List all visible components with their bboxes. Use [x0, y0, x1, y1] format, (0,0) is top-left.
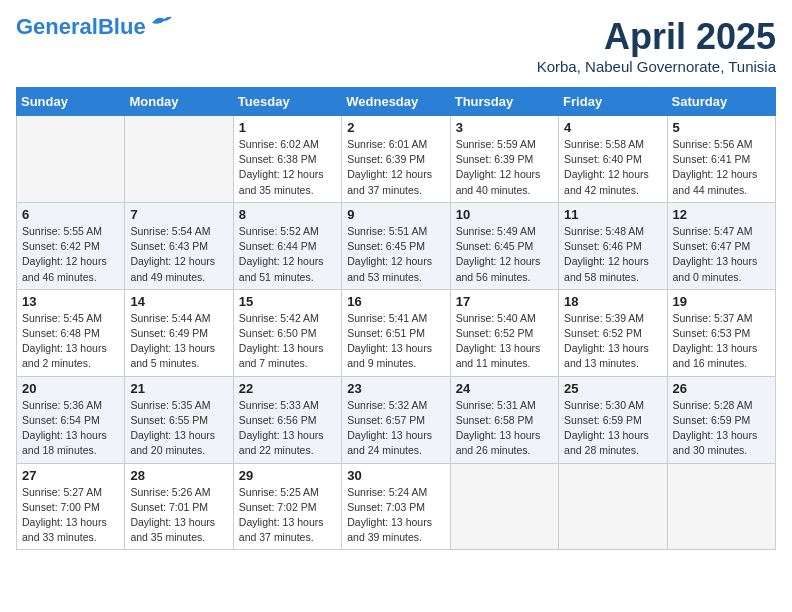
calendar-cell: 16Sunrise: 5:41 AM Sunset: 6:51 PM Dayli…	[342, 289, 450, 376]
day-number: 29	[239, 468, 336, 483]
week-row-2: 6Sunrise: 5:55 AM Sunset: 6:42 PM Daylig…	[17, 202, 776, 289]
calendar-cell: 8Sunrise: 5:52 AM Sunset: 6:44 PM Daylig…	[233, 202, 341, 289]
day-detail: Sunrise: 5:56 AM Sunset: 6:41 PM Dayligh…	[673, 137, 770, 198]
logo-text: GeneralBlue	[16, 16, 146, 38]
calendar-cell: 14Sunrise: 5:44 AM Sunset: 6:49 PM Dayli…	[125, 289, 233, 376]
day-number: 24	[456, 381, 553, 396]
day-detail: Sunrise: 5:45 AM Sunset: 6:48 PM Dayligh…	[22, 311, 119, 372]
calendar-cell	[450, 463, 558, 550]
day-detail: Sunrise: 5:32 AM Sunset: 6:57 PM Dayligh…	[347, 398, 444, 459]
calendar-cell: 24Sunrise: 5:31 AM Sunset: 6:58 PM Dayli…	[450, 376, 558, 463]
day-detail: Sunrise: 5:51 AM Sunset: 6:45 PM Dayligh…	[347, 224, 444, 285]
calendar-cell: 12Sunrise: 5:47 AM Sunset: 6:47 PM Dayli…	[667, 202, 775, 289]
day-number: 20	[22, 381, 119, 396]
logo-blue: Blue	[98, 14, 146, 39]
calendar-cell: 9Sunrise: 5:51 AM Sunset: 6:45 PM Daylig…	[342, 202, 450, 289]
calendar-cell: 3Sunrise: 5:59 AM Sunset: 6:39 PM Daylig…	[450, 116, 558, 203]
calendar-cell	[17, 116, 125, 203]
weekday-header-monday: Monday	[125, 88, 233, 116]
day-detail: Sunrise: 5:24 AM Sunset: 7:03 PM Dayligh…	[347, 485, 444, 546]
week-row-1: 1Sunrise: 6:02 AM Sunset: 6:38 PM Daylig…	[17, 116, 776, 203]
calendar-cell: 19Sunrise: 5:37 AM Sunset: 6:53 PM Dayli…	[667, 289, 775, 376]
day-number: 15	[239, 294, 336, 309]
day-number: 18	[564, 294, 661, 309]
day-number: 1	[239, 120, 336, 135]
day-detail: Sunrise: 5:25 AM Sunset: 7:02 PM Dayligh…	[239, 485, 336, 546]
location-subtitle: Korba, Nabeul Governorate, Tunisia	[537, 58, 776, 75]
day-number: 14	[130, 294, 227, 309]
day-detail: Sunrise: 5:36 AM Sunset: 6:54 PM Dayligh…	[22, 398, 119, 459]
calendar-cell: 28Sunrise: 5:26 AM Sunset: 7:01 PM Dayli…	[125, 463, 233, 550]
calendar-cell: 10Sunrise: 5:49 AM Sunset: 6:45 PM Dayli…	[450, 202, 558, 289]
calendar-cell: 11Sunrise: 5:48 AM Sunset: 6:46 PM Dayli…	[559, 202, 667, 289]
weekday-header-row: SundayMondayTuesdayWednesdayThursdayFrid…	[17, 88, 776, 116]
week-row-4: 20Sunrise: 5:36 AM Sunset: 6:54 PM Dayli…	[17, 376, 776, 463]
calendar-cell	[667, 463, 775, 550]
day-detail: Sunrise: 5:42 AM Sunset: 6:50 PM Dayligh…	[239, 311, 336, 372]
calendar-cell: 7Sunrise: 5:54 AM Sunset: 6:43 PM Daylig…	[125, 202, 233, 289]
calendar-cell: 29Sunrise: 5:25 AM Sunset: 7:02 PM Dayli…	[233, 463, 341, 550]
weekday-header-wednesday: Wednesday	[342, 88, 450, 116]
day-number: 8	[239, 207, 336, 222]
day-number: 7	[130, 207, 227, 222]
day-number: 4	[564, 120, 661, 135]
day-number: 17	[456, 294, 553, 309]
calendar-cell: 25Sunrise: 5:30 AM Sunset: 6:59 PM Dayli…	[559, 376, 667, 463]
logo: GeneralBlue	[16, 16, 172, 38]
calendar-cell: 1Sunrise: 6:02 AM Sunset: 6:38 PM Daylig…	[233, 116, 341, 203]
title-block: April 2025 Korba, Nabeul Governorate, Tu…	[537, 16, 776, 75]
day-number: 5	[673, 120, 770, 135]
day-detail: Sunrise: 5:35 AM Sunset: 6:55 PM Dayligh…	[130, 398, 227, 459]
day-detail: Sunrise: 5:44 AM Sunset: 6:49 PM Dayligh…	[130, 311, 227, 372]
calendar-table: SundayMondayTuesdayWednesdayThursdayFrid…	[16, 87, 776, 550]
day-number: 11	[564, 207, 661, 222]
day-detail: Sunrise: 5:41 AM Sunset: 6:51 PM Dayligh…	[347, 311, 444, 372]
day-number: 27	[22, 468, 119, 483]
day-number: 2	[347, 120, 444, 135]
calendar-cell: 2Sunrise: 6:01 AM Sunset: 6:39 PM Daylig…	[342, 116, 450, 203]
day-detail: Sunrise: 5:54 AM Sunset: 6:43 PM Dayligh…	[130, 224, 227, 285]
month-year-title: April 2025	[537, 16, 776, 58]
day-detail: Sunrise: 5:52 AM Sunset: 6:44 PM Dayligh…	[239, 224, 336, 285]
weekday-header-thursday: Thursday	[450, 88, 558, 116]
day-detail: Sunrise: 5:28 AM Sunset: 6:59 PM Dayligh…	[673, 398, 770, 459]
calendar-cell: 15Sunrise: 5:42 AM Sunset: 6:50 PM Dayli…	[233, 289, 341, 376]
page-header: GeneralBlue April 2025 Korba, Nabeul Gov…	[16, 16, 776, 75]
day-number: 26	[673, 381, 770, 396]
week-row-3: 13Sunrise: 5:45 AM Sunset: 6:48 PM Dayli…	[17, 289, 776, 376]
calendar-cell: 18Sunrise: 5:39 AM Sunset: 6:52 PM Dayli…	[559, 289, 667, 376]
day-detail: Sunrise: 5:37 AM Sunset: 6:53 PM Dayligh…	[673, 311, 770, 372]
calendar-cell: 6Sunrise: 5:55 AM Sunset: 6:42 PM Daylig…	[17, 202, 125, 289]
day-detail: Sunrise: 5:26 AM Sunset: 7:01 PM Dayligh…	[130, 485, 227, 546]
week-row-5: 27Sunrise: 5:27 AM Sunset: 7:00 PM Dayli…	[17, 463, 776, 550]
calendar-cell: 5Sunrise: 5:56 AM Sunset: 6:41 PM Daylig…	[667, 116, 775, 203]
day-number: 19	[673, 294, 770, 309]
calendar-cell: 27Sunrise: 5:27 AM Sunset: 7:00 PM Dayli…	[17, 463, 125, 550]
day-detail: Sunrise: 5:33 AM Sunset: 6:56 PM Dayligh…	[239, 398, 336, 459]
logo-bird-icon	[150, 15, 172, 31]
day-detail: Sunrise: 6:01 AM Sunset: 6:39 PM Dayligh…	[347, 137, 444, 198]
calendar-cell: 13Sunrise: 5:45 AM Sunset: 6:48 PM Dayli…	[17, 289, 125, 376]
day-number: 25	[564, 381, 661, 396]
calendar-cell: 30Sunrise: 5:24 AM Sunset: 7:03 PM Dayli…	[342, 463, 450, 550]
weekday-header-tuesday: Tuesday	[233, 88, 341, 116]
weekday-header-saturday: Saturday	[667, 88, 775, 116]
day-detail: Sunrise: 5:40 AM Sunset: 6:52 PM Dayligh…	[456, 311, 553, 372]
day-detail: Sunrise: 5:58 AM Sunset: 6:40 PM Dayligh…	[564, 137, 661, 198]
day-detail: Sunrise: 5:47 AM Sunset: 6:47 PM Dayligh…	[673, 224, 770, 285]
day-detail: Sunrise: 5:31 AM Sunset: 6:58 PM Dayligh…	[456, 398, 553, 459]
day-detail: Sunrise: 5:27 AM Sunset: 7:00 PM Dayligh…	[22, 485, 119, 546]
day-number: 22	[239, 381, 336, 396]
calendar-cell: 17Sunrise: 5:40 AM Sunset: 6:52 PM Dayli…	[450, 289, 558, 376]
weekday-header-friday: Friday	[559, 88, 667, 116]
logo-general: General	[16, 14, 98, 39]
day-detail: Sunrise: 5:49 AM Sunset: 6:45 PM Dayligh…	[456, 224, 553, 285]
day-number: 23	[347, 381, 444, 396]
calendar-cell: 4Sunrise: 5:58 AM Sunset: 6:40 PM Daylig…	[559, 116, 667, 203]
day-detail: Sunrise: 5:30 AM Sunset: 6:59 PM Dayligh…	[564, 398, 661, 459]
day-number: 13	[22, 294, 119, 309]
day-detail: Sunrise: 5:59 AM Sunset: 6:39 PM Dayligh…	[456, 137, 553, 198]
calendar-cell: 22Sunrise: 5:33 AM Sunset: 6:56 PM Dayli…	[233, 376, 341, 463]
calendar-cell: 23Sunrise: 5:32 AM Sunset: 6:57 PM Dayli…	[342, 376, 450, 463]
calendar-cell: 26Sunrise: 5:28 AM Sunset: 6:59 PM Dayli…	[667, 376, 775, 463]
